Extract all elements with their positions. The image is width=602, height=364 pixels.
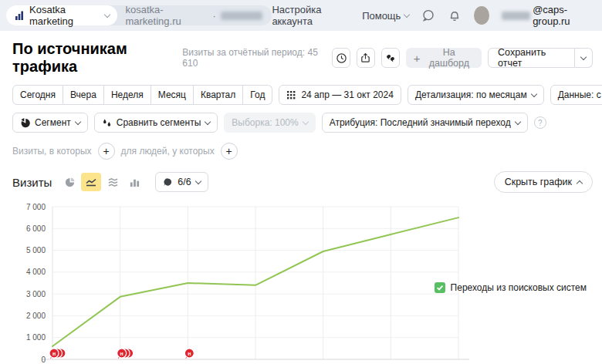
metrics-count: 6/6 xyxy=(178,177,191,187)
visits-summary: Визиты за отчётный период: 45 610 xyxy=(182,47,323,69)
svg-text:4 000: 4 000 xyxy=(26,268,46,276)
period-today-button[interactable]: Сегодня xyxy=(12,85,63,105)
chevron-down-icon xyxy=(530,90,536,96)
attribution-dropdown[interactable]: Атрибуция: Последний значимый переход xyxy=(322,113,528,133)
history-clock-button[interactable] xyxy=(332,48,350,68)
chat-icon[interactable] xyxy=(421,8,435,22)
segment-dropdown[interactable]: Сегмент xyxy=(12,113,88,133)
chart-type-switcher xyxy=(59,173,144,191)
main-content: По источникам трафика Визиты за отчётный… xyxy=(0,31,602,364)
svg-text:7 000: 7 000 xyxy=(26,203,46,211)
svg-text:0: 0 xyxy=(41,356,46,364)
legend-label[interactable]: Переходы из поисковых систем xyxy=(451,282,587,293)
counter-name: Kosatka marketing xyxy=(29,4,100,27)
legend-checkbox[interactable] xyxy=(435,282,445,293)
check-icon xyxy=(436,284,444,292)
period-yesterday-button[interactable]: Вчера xyxy=(63,85,104,105)
period-year-button[interactable]: Год xyxy=(243,85,272,105)
chart-legend: Переходы из поисковых систем xyxy=(435,282,587,293)
date-range-value: 24 апр — 31 окт 2024 xyxy=(301,89,393,100)
add-to-dashboard-button[interactable]: + На дашборд xyxy=(406,48,482,68)
period-filter-row: Сегодня Вчера Неделя Месяц Квартал Год 2… xyxy=(12,85,593,105)
account-settings-link[interactable]: Настройка аккаунта xyxy=(272,4,350,27)
visits-chart-svg[interactable]: 01 0002 0003 0004 0005 0006 0007 000Апр … xyxy=(12,196,475,364)
chart-type-columns-button[interactable] xyxy=(124,173,144,191)
masked-email-prefix xyxy=(502,12,530,20)
compare-segments-dropdown[interactable]: Сравнить сегменты xyxy=(94,113,218,133)
sampling-dropdown: Выборка: 100% xyxy=(224,113,315,133)
counter-domain: kosatka-marketing.ru xyxy=(125,4,208,27)
svg-text:н: н xyxy=(120,351,123,356)
segment-pie-icon xyxy=(20,118,30,128)
people-condition-label: для людей, у которых xyxy=(121,146,215,157)
help-label: Помощь xyxy=(362,10,401,22)
svg-text:н: н xyxy=(52,351,56,356)
masked-counter-id xyxy=(221,12,263,20)
attribution-help-icon[interactable]: ? xyxy=(534,116,546,129)
avatar[interactable] xyxy=(474,6,489,25)
pie-chart-icon xyxy=(64,177,76,188)
column-chart-icon xyxy=(129,177,140,188)
title-actions: Визиты за отчётный период: 45 610 xyxy=(182,47,593,69)
hide-chart-button[interactable]: Скрыть график xyxy=(494,171,593,193)
date-range-button[interactable]: 24 апр — 31 окт 2024 xyxy=(279,85,401,105)
save-report-button[interactable]: Сохранить отчет xyxy=(488,48,593,68)
svg-text:1 000: 1 000 xyxy=(26,333,46,342)
add-people-condition-button[interactable]: + xyxy=(221,143,238,160)
svg-text:3 000: 3 000 xyxy=(26,290,46,298)
visits-chart: 01 0002 0003 0004 0005 0006 0007 000Апр … xyxy=(12,196,593,364)
chevron-down-icon xyxy=(404,11,410,17)
chevron-down-icon xyxy=(75,118,81,124)
domain-separator: · xyxy=(212,10,215,22)
line-chart-icon xyxy=(85,176,97,188)
metric-label: Визиты xyxy=(12,176,52,189)
speech-bubble-icon xyxy=(163,177,173,187)
email-domain: @caps-group.ru xyxy=(533,4,593,27)
top-bar-right: Настройка аккаунта Помощь @caps-group.ru xyxy=(272,4,593,27)
conditions-row: Визиты, в которых + для людей, у которых… xyxy=(12,143,593,160)
chevron-down-icon xyxy=(194,177,201,184)
chart-type-line-button[interactable] xyxy=(81,173,101,191)
period-week-button[interactable]: Неделя xyxy=(104,85,151,105)
metrics-selector-button[interactable]: 6/6 xyxy=(155,172,208,192)
chevron-down-icon xyxy=(205,118,211,124)
plus-icon: + xyxy=(414,52,421,64)
save-report-label[interactable]: Сохранить отчет xyxy=(488,48,575,68)
notes-icon xyxy=(384,52,396,64)
compare-drops-icon xyxy=(102,118,112,128)
chart-type-area-button[interactable] xyxy=(103,173,123,191)
data-mode-dropdown[interactable]: Данные: с роботами xyxy=(550,85,602,105)
help-menu[interactable]: Помощь xyxy=(362,10,409,22)
chevron-down-icon xyxy=(302,118,308,124)
period-segmented-control: Сегодня Вчера Неделя Месяц Квартал Год xyxy=(12,85,272,105)
notes-button[interactable] xyxy=(381,48,400,68)
chart-type-pie-button[interactable] xyxy=(59,173,79,191)
top-bar: Kosatka marketing kosatka-marketing.ru ·… xyxy=(0,0,602,31)
svg-text:6 000: 6 000 xyxy=(26,224,46,233)
segment-filter-row: Сегмент Сравнить сегменты Выборка: 100% … xyxy=(12,113,593,133)
chart-header: Визиты xyxy=(12,171,593,193)
counter-domain-wrap: kosatka-marketing.ru · xyxy=(125,4,262,27)
chevron-down-icon xyxy=(104,11,110,17)
svg-text:5 000: 5 000 xyxy=(26,246,46,254)
chevron-down-icon xyxy=(580,53,587,59)
export-button[interactable] xyxy=(357,48,375,68)
metrica-logo-icon xyxy=(14,10,25,21)
bell-icon[interactable] xyxy=(448,8,462,22)
export-icon xyxy=(360,52,371,64)
svg-text:н: н xyxy=(188,351,191,356)
detalization-dropdown[interactable]: Детализация: по месяцам xyxy=(408,85,544,105)
period-month-button[interactable]: Месяц xyxy=(151,85,194,105)
add-visit-condition-button[interactable]: + xyxy=(98,143,115,160)
save-report-dropdown[interactable] xyxy=(575,48,593,68)
stacked-area-icon xyxy=(107,177,119,188)
calendar-grid-icon xyxy=(286,90,296,100)
user-email[interactable]: @caps-group.ru xyxy=(502,4,593,27)
chevron-down-icon xyxy=(514,118,520,124)
svg-text:2 000: 2 000 xyxy=(26,312,46,320)
counter-selector[interactable]: Kosatka marketing xyxy=(6,5,117,25)
counter-group: Kosatka marketing kosatka-marketing.ru · xyxy=(6,5,272,25)
chevron-up-icon xyxy=(577,180,583,186)
page-title: По источникам трафика xyxy=(12,40,182,76)
period-quarter-button[interactable]: Квартал xyxy=(194,85,243,105)
